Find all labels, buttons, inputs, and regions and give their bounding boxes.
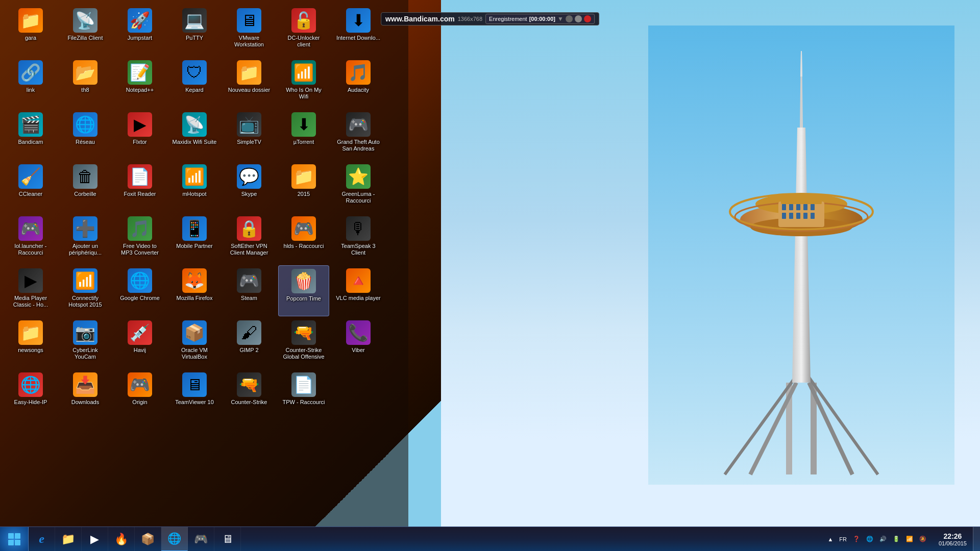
desktop-icon-filezilla[interactable]: 📡FileZilla Client (60, 5, 111, 56)
svg-rect-26 (811, 213, 815, 219)
icon-label-teamspeak3: TeamSpeak 3 Client (335, 243, 381, 256)
tray-signal[interactable]: 📶 (904, 535, 915, 543)
icon-image-whoisonmywifi: 📶 (291, 60, 316, 85)
svg-rect-27 (8, 533, 14, 539)
icon-image-teamspeak3: 🎙 (346, 216, 371, 241)
desktop-icon-corbeille[interactable]: 🗑Corbeille (60, 161, 111, 212)
desktop-icon-mozilla[interactable]: 🦊Mozilla Firefox (169, 265, 220, 316)
taskbar-firefox[interactable]: 🔥 (108, 527, 135, 552)
desktop-icon-utorrent[interactable]: ⬇µTorrent (278, 109, 329, 160)
taskbar-media-player[interactable]: ▶ (82, 527, 108, 552)
clock-display[interactable]: 22:26 01/06/2015 (933, 527, 973, 551)
desktop-icon-origin[interactable]: 🎮Origin (114, 369, 165, 420)
desktop-icon-bandicam[interactable]: 🎬Bandicam (5, 109, 56, 160)
desktop-icon-tpw[interactable]: 📄TPW - Raccourci (278, 369, 329, 420)
desktop-icon-hlds[interactable]: 🎮hlds - Raccourci (278, 213, 329, 264)
svg-rect-22 (782, 213, 786, 219)
desktop-icon-mobile-partner[interactable]: 📱Mobile Partner (169, 213, 220, 264)
svg-rect-30 (15, 540, 20, 545)
pause-button[interactable] (575, 15, 582, 22)
icon-image-greenluma: ⭐ (346, 164, 371, 189)
desktop-icon-popcorn-time[interactable]: 🍿Popcorn Time (278, 265, 329, 316)
desktop-icon-jumpstart[interactable]: 🚀Jumpstart (114, 5, 165, 56)
taskbar-unknown[interactable]: 🖥 (214, 527, 241, 552)
stop-button[interactable] (584, 15, 591, 22)
desktop-icon-teamspeak3[interactable]: 🎙TeamSpeak 3 Client (333, 213, 384, 264)
desktop-icon-lol-launcher[interactable]: 🎮lol.launcher - Raccourci (5, 213, 56, 264)
desktop-icon-mhotspot[interactable]: 📶mHotspot (169, 161, 220, 212)
desktop-icon-downloads[interactable]: 📥Downloads (60, 369, 111, 420)
desktop-icon-havij[interactable]: 💉Havij (114, 317, 165, 368)
desktop-icon-gta-sa[interactable]: 🎮Grand Theft Auto San Andreas (333, 109, 384, 160)
desktop-icon-google-chrome[interactable]: 🌐Google Chrome (114, 265, 165, 316)
taskbar-steam[interactable]: 🎮 (188, 527, 214, 552)
icon-image-audacity: 🎵 (346, 60, 371, 85)
desktop-icon-viber[interactable]: 📞Viber (333, 317, 384, 368)
icon-image-gimp2: 🖌 (237, 320, 261, 345)
desktop-icon-nouveau-dossier[interactable]: 📁Nouveau dossier (224, 57, 275, 108)
icon-label-filezilla: FileZilla Client (67, 35, 103, 41)
show-desktop-button[interactable] (973, 527, 980, 552)
desktop-icon-connectify[interactable]: 📶Connectify Hotspot 2015 (60, 265, 111, 316)
taskbar-ie[interactable]: e (29, 527, 55, 552)
desktop-icon-skype[interactable]: 💬Skype (224, 161, 275, 212)
tray-battery[interactable]: 🔋 (891, 535, 902, 543)
desktop-icon-gara[interactable]: 📁gara (5, 5, 56, 56)
desktop-icon-gimp2[interactable]: 🖌GIMP 2 (224, 317, 275, 368)
desktop-icon-whoisonmywifi[interactable]: 📶Who Is On My Wifi (278, 57, 329, 108)
desktop-icon-reseau[interactable]: 🌐Réseau (60, 109, 111, 160)
desktop-icon-oracle-vm[interactable]: 📦Oracle VM VirtualBox (169, 317, 220, 368)
desktop-icon-softether[interactable]: 🔒SoftEther VPN Client Manager (224, 213, 275, 264)
svg-rect-21 (811, 204, 815, 210)
desktop-icon-putty[interactable]: 💻PuTTY (169, 5, 220, 56)
desktop-icon-kepard[interactable]: 🛡Kepard (169, 57, 220, 108)
svg-rect-24 (796, 213, 800, 219)
desktop-icon-audacity[interactable]: 🎵Audacity (333, 57, 384, 108)
desktop-icon-free-video-mp3[interactable]: 🎵Free Video to MP3 Converter (114, 213, 165, 264)
icon-label-nouveau-dossier: Nouveau dossier (228, 87, 271, 93)
desktop-icon-counter-strike[interactable]: 🔫Counter-Strike (224, 369, 275, 420)
taskbar-chrome[interactable]: 🌐 (161, 527, 188, 552)
desktop-icon-ccleaner[interactable]: 🧹CCleaner (5, 161, 56, 212)
desktop-icon-th8[interactable]: 📂th8 (60, 57, 111, 108)
desktop-icon-foxit[interactable]: 📄Foxit Reader (114, 161, 165, 212)
icon-label-origin: Origin (132, 399, 147, 406)
tray-sound-off[interactable]: 🔕 (917, 535, 928, 543)
desktop-icon-media-player[interactable]: ▶Media Player Classic - Ho... (5, 265, 56, 316)
icon-image-ccleaner: 🧹 (18, 164, 43, 189)
icon-label-mobile-partner: Mobile Partner (176, 243, 213, 249)
tray-expand[interactable]: ▲ (825, 535, 835, 543)
desktop-icon-cyberlink[interactable]: 📷CyberLink YouCam (60, 317, 111, 368)
desktop-icon-internet-dl[interactable]: ⬇Internet Downlo... (333, 5, 384, 56)
icon-label-mozilla: Mozilla Firefox (177, 295, 213, 302)
icon-label-media-player: Media Player Classic - Ho... (8, 295, 54, 308)
desktop-icon-vlc[interactable]: 🔺VLC media player (333, 265, 384, 316)
desktop-icon-maxidix[interactable]: 📡Maxidix Wifi Suite (169, 109, 220, 160)
desktop-icon-teamviewer10[interactable]: 🖥TeamViewer 10 (169, 369, 220, 420)
desktop-icon-dcunlocker[interactable]: 🔓DC-Unlocker client (278, 5, 329, 56)
rec-dropdown[interactable]: ▼ (557, 15, 564, 22)
desktop-icon-csgo[interactable]: 🔫Counter-Strike Global Offensive (278, 317, 329, 368)
tray-language[interactable]: FR (837, 535, 849, 543)
desktop-icon-ajouter-periph[interactable]: ➕Ajouter un périphériqu... (60, 213, 111, 264)
desktop-icon-steam[interactable]: 🎮Steam (224, 265, 275, 316)
desktop-icon-easy-hide-ip[interactable]: 🌐Easy-Hide-IP (5, 369, 56, 420)
recording-controls[interactable]: Enregistrement [00:00:00] ▼ (485, 14, 595, 24)
desktop-icon-greenluma[interactable]: ⭐GreenLuma - Raccourci (333, 161, 384, 212)
taskbar-explorer[interactable]: 📁 (55, 527, 82, 552)
desktop-icon-simpletv[interactable]: 📺SimpleTV (224, 109, 275, 160)
start-button[interactable] (0, 527, 29, 552)
desktop-icon-notepadpp[interactable]: 📝Notepad++ (114, 57, 165, 108)
icon-label-bandicam: Bandicam (18, 139, 43, 145)
icon-image-corbeille: 🗑 (73, 164, 97, 189)
taskbar-virtualbox[interactable]: 📦 (135, 527, 161, 552)
desktop-icon-flxtor[interactable]: ▶Flxtor (114, 109, 165, 160)
desktop-icon-link[interactable]: 🔗link (5, 57, 56, 108)
desktop-icon-folder2015[interactable]: 📁2015 (278, 161, 329, 212)
windows-logo-icon (7, 532, 21, 546)
desktop-icon-newsongs[interactable]: 📁newsongs (5, 317, 56, 368)
desktop-icon-vmware[interactable]: 🖥VMware Workstation (224, 5, 275, 56)
tray-network[interactable]: 🌐 (864, 535, 875, 543)
tray-volume[interactable]: 🔊 (877, 535, 889, 543)
camera-button[interactable] (566, 15, 573, 22)
